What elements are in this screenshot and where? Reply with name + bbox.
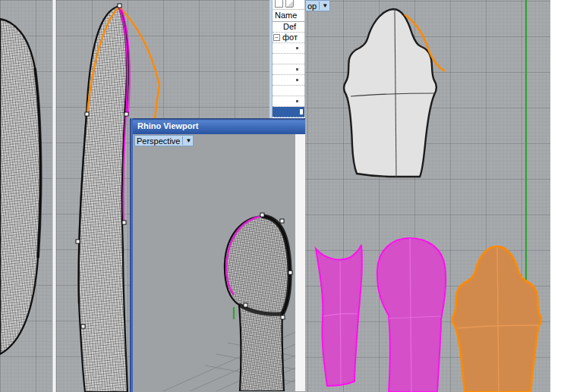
layer-name: Def: [273, 22, 296, 31]
left-viewport[interactable]: [0, 0, 52, 392]
label-separator: [319, 2, 320, 10]
top-viewport[interactable]: op ▼: [305, 0, 550, 392]
pattern-piece-magenta-1[interactable]: [316, 245, 362, 386]
chevron-down-icon: ▼: [322, 3, 328, 9]
layers-column-header[interactable]: Name: [273, 10, 304, 22]
layer-name: [273, 54, 283, 63]
wireframe-surface-left[interactable]: [0, 19, 40, 354]
rhino-app-window: op ▼ Name Def − фот Rhino Viewport: [0, 0, 564, 392]
layer-row-child[interactable]: [273, 96, 304, 107]
wireframe-sleeve-side[interactable]: [79, 6, 128, 392]
rhino-viewport-window[interactable]: Rhino Viewport: [131, 118, 305, 392]
label-separator: [182, 136, 183, 145]
layer-row-group[interactable]: − фот: [273, 33, 304, 43]
wireframe-sleeve-perspective[interactable]: [225, 216, 290, 391]
left-viewport-canvas: [0, 0, 52, 392]
top-viewport-title-dropdown[interactable]: op ▼: [305, 0, 330, 11]
chevron-down-icon: ▼: [185, 138, 191, 144]
top-viewport-canvas: [305, 0, 550, 392]
layer-name: [273, 64, 283, 74]
window-titlebar[interactable]: Rhino Viewport: [133, 118, 305, 134]
perspective-viewport[interactable]: Perspective ▼: [133, 134, 295, 391]
layers-panel[interactable]: Name Def − фот: [273, 0, 305, 118]
pattern-piece-magenta-2[interactable]: [377, 238, 446, 392]
layers-panel-toolbar: [273, 0, 304, 10]
layer-name: [273, 43, 283, 52]
duplicate-layer-icon[interactable]: [285, 0, 294, 8]
layer-row-default[interactable]: Def: [273, 22, 304, 33]
layer-row-child[interactable]: [273, 75, 304, 86]
layer-name: [273, 96, 283, 105]
pattern-piece-orange-sleeve[interactable]: [452, 246, 540, 392]
perspective-canvas: [133, 134, 295, 391]
top-viewport-title: op: [307, 2, 317, 11]
right-panel-margin: [550, 0, 564, 392]
layer-row-selected[interactable]: [273, 107, 304, 118]
layer-row-child[interactable]: [273, 86, 304, 96]
pattern-piece-gray-sleeve[interactable]: [344, 9, 445, 177]
perspective-title: Perspective: [137, 136, 180, 146]
layer-row-child[interactable]: [273, 43, 304, 54]
layer-name: [273, 75, 283, 84]
window-scrollbar-track[interactable]: [295, 134, 305, 391]
layer-name: [273, 86, 283, 95]
layer-row-child[interactable]: [273, 54, 304, 64]
new-layer-icon[interactable]: [275, 0, 283, 8]
tree-collapse-icon[interactable]: −: [273, 34, 280, 41]
perspective-title-dropdown[interactable]: Perspective ▼: [134, 135, 194, 146]
layer-row-child[interactable]: [273, 64, 304, 75]
